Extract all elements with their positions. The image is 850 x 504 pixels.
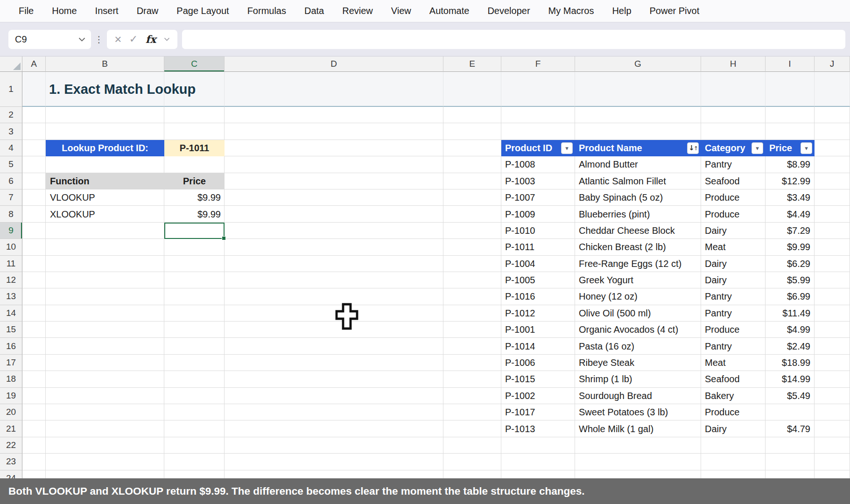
price-cell[interactable]: $7.29 [766, 223, 815, 239]
price-cell[interactable]: $4.99 [766, 322, 815, 338]
grid-cell[interactable] [225, 107, 443, 123]
category-cell[interactable]: Pantry [701, 305, 766, 322]
grid-cell[interactable] [22, 388, 46, 404]
menu-item-file[interactable]: File [19, 6, 34, 16]
menu-item-insert[interactable]: Insert [95, 6, 119, 16]
grid-cell[interactable] [164, 437, 225, 454]
grid-cell[interactable] [46, 371, 164, 387]
grid-cell[interactable] [225, 371, 443, 387]
table-header-category[interactable]: Category ▾ [701, 140, 766, 156]
grid-cell[interactable] [225, 223, 443, 239]
product-id-cell[interactable]: P-1010 [501, 223, 575, 239]
price-cell[interactable]: $4.79 [766, 420, 815, 437]
grid-cell[interactable] [22, 140, 46, 156]
grid-cell[interactable] [443, 223, 501, 239]
grid-cell[interactable] [225, 322, 443, 338]
category-cell[interactable]: Pantry [701, 156, 766, 173]
row-header-21[interactable]: 21 [0, 420, 22, 437]
price-cell[interactable]: $6.29 [766, 256, 815, 272]
menu-item-review[interactable]: Review [342, 6, 373, 16]
grid-cell[interactable] [164, 288, 225, 305]
grid-cell[interactable] [22, 338, 46, 354]
row-header-12[interactable]: 12 [0, 272, 22, 288]
grid-cell[interactable] [22, 223, 46, 239]
fill-handle[interactable] [222, 236, 226, 240]
vlookup-result-cell[interactable]: $9.99 [164, 189, 225, 206]
lookup-label-cell[interactable]: Lookup Product ID: [46, 140, 164, 156]
grid-cell[interactable] [815, 305, 850, 322]
category-cell[interactable]: Dairy [701, 256, 766, 272]
grid-cell[interactable] [443, 72, 501, 107]
price-cell[interactable]: $11.49 [766, 305, 815, 322]
row-header-16[interactable]: 16 [0, 338, 22, 354]
column-header-D[interactable]: D [225, 56, 443, 72]
grid-cell[interactable] [575, 72, 701, 107]
grid-cell[interactable] [701, 454, 766, 470]
product-name-cell[interactable]: Sourdough Bread [575, 388, 701, 404]
row-header-7[interactable]: 7 [0, 189, 22, 206]
grid-cell[interactable] [443, 355, 501, 371]
grid-cell[interactable] [22, 256, 46, 272]
grid-cell[interactable] [164, 355, 225, 371]
grid-cell[interactable] [815, 123, 850, 140]
grid-cell[interactable] [225, 305, 443, 322]
grid-cell[interactable] [225, 256, 443, 272]
category-cell[interactable]: Dairy [701, 420, 766, 437]
row-header-17[interactable]: 17 [0, 355, 22, 371]
price-cell[interactable]: $5.99 [766, 272, 815, 288]
row-header-19[interactable]: 19 [0, 388, 22, 404]
selected-cell[interactable] [164, 223, 225, 239]
product-name-cell[interactable]: Free-Range Eggs (12 ct) [575, 256, 701, 272]
row-header-2[interactable]: 2 [0, 107, 22, 123]
product-id-cell[interactable]: P-1011 [501, 239, 575, 255]
price-cell[interactable]: $6.99 [766, 288, 815, 305]
function-header-cell[interactable]: Function [46, 173, 164, 189]
category-cell[interactable]: Produce [701, 322, 766, 338]
product-name-cell[interactable]: Honey (12 oz) [575, 288, 701, 305]
grid-cell[interactable] [22, 206, 46, 222]
grid-cell[interactable] [46, 223, 164, 239]
product-name-cell[interactable]: Ribeye Steak [575, 355, 701, 371]
filter-dropdown-icon[interactable]: ▾ [752, 142, 763, 154]
grid-cell[interactable] [815, 437, 850, 454]
grid-cell[interactable] [22, 173, 46, 189]
grid-cell[interactable] [46, 454, 164, 470]
price-cell[interactable]: $18.99 [766, 355, 815, 371]
grid-cell[interactable] [501, 107, 575, 123]
grid-cell[interactable] [46, 305, 164, 322]
grid-cell[interactable] [815, 107, 850, 123]
grid-cell[interactable] [501, 72, 575, 107]
column-header-A[interactable]: A [22, 56, 46, 72]
category-cell[interactable]: Produce [701, 189, 766, 206]
grid-cell[interactable] [46, 123, 164, 140]
grid-cell[interactable] [815, 388, 850, 404]
grid-cell[interactable] [164, 420, 225, 437]
grid-cell[interactable] [766, 437, 815, 454]
category-cell[interactable]: Pantry [701, 288, 766, 305]
product-id-cell[interactable]: P-1013 [501, 420, 575, 437]
row-header-1[interactable]: 1 [0, 72, 22, 107]
menu-item-home[interactable]: Home [52, 6, 77, 16]
price-cell[interactable]: $8.99 [766, 156, 815, 173]
grid-cell[interactable] [443, 371, 501, 387]
grid-cell[interactable] [164, 305, 225, 322]
grid-cell[interactable] [164, 256, 225, 272]
grid-cell[interactable] [443, 420, 501, 437]
grid-cell[interactable] [225, 338, 443, 354]
grid-cell[interactable] [46, 156, 164, 173]
grid-cell[interactable] [443, 239, 501, 255]
grid-cell[interactable] [46, 239, 164, 255]
grid-cell[interactable] [575, 107, 701, 123]
grid-cell[interactable] [815, 322, 850, 338]
grid-cell[interactable] [164, 272, 225, 288]
column-header-G[interactable]: G [575, 56, 701, 72]
grid-cell[interactable] [225, 388, 443, 404]
menu-item-my-macros[interactable]: My Macros [548, 6, 594, 16]
price-cell[interactable]: $14.99 [766, 371, 815, 387]
category-cell[interactable]: Bakery [701, 388, 766, 404]
grid-cell[interactable] [164, 404, 225, 420]
menu-item-help[interactable]: Help [612, 6, 631, 16]
grid-cell[interactable] [443, 272, 501, 288]
product-name-cell[interactable]: Chicken Breast (2 lb) [575, 239, 701, 255]
grid-cell[interactable] [701, 107, 766, 123]
